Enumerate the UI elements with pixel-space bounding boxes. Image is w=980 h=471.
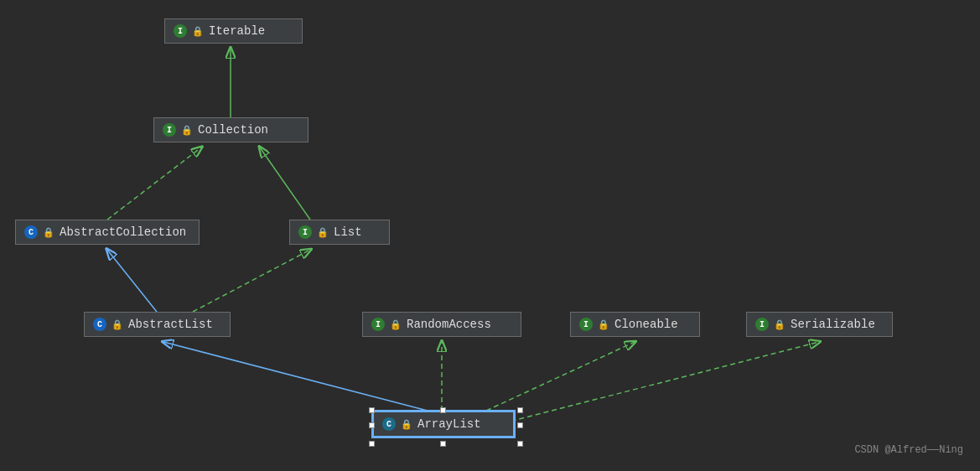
node-iterable[interactable]: I 🔒 Iterable [164,18,303,44]
iterable-type-icon: I [174,24,187,38]
node-abstract-collection[interactable]: C 🔒 AbstractCollection [15,220,200,245]
abstract-list-lock-icon: 🔒 [111,319,123,330]
serializable-lock-icon: 🔒 [774,319,786,330]
handle-bl[interactable] [369,441,375,447]
abstract-list-type-icon: C [93,318,106,331]
node-cloneable[interactable]: I 🔒 Cloneable [570,312,700,337]
node-random-access[interactable]: I 🔒 RandomAccess [362,312,521,337]
random-access-label: RandomAccess [407,318,491,331]
node-array-list[interactable]: C 🔒 ArrayList [372,411,515,437]
serializable-label: Serializable [791,318,875,331]
handle-tm[interactable] [440,407,446,413]
list-lock-icon: 🔒 [317,227,329,238]
random-access-lock-icon: 🔒 [390,319,402,330]
iterable-lock-icon: 🔒 [192,26,204,37]
iterable-label: Iterable [209,24,265,38]
cloneable-lock-icon: 🔒 [598,319,609,330]
list-label: List [334,225,362,239]
handle-br[interactable] [517,441,523,447]
svg-line-6 [107,250,157,312]
collection-lock-icon: 🔒 [181,125,193,136]
node-collection[interactable]: I 🔒 Collection [153,117,309,142]
abstract-collection-lock-icon: 🔒 [43,227,54,238]
handle-tr[interactable] [517,407,523,413]
watermark: CSDN @Alfred——Ning [854,444,963,456]
cloneable-type-icon: I [579,318,593,331]
handle-tl[interactable] [369,407,375,413]
serializable-type-icon: I [755,318,769,331]
svg-line-5 [260,148,310,220]
list-type-icon: I [298,225,312,239]
abstract-collection-label: AbstractCollection [60,225,186,239]
abstract-list-label: AbstractList [128,318,213,331]
svg-line-10 [486,342,635,411]
array-list-label: ArrayList [417,417,481,431]
svg-line-4 [107,148,201,220]
handle-mr[interactable] [517,422,523,428]
handle-ml[interactable] [369,422,375,428]
collection-label: Collection [198,123,268,137]
node-list[interactable]: I 🔒 List [289,220,390,245]
cloneable-label: Cloneable [614,318,678,331]
svg-line-7 [193,250,310,312]
array-list-type-icon: C [382,417,396,431]
node-abstract-list[interactable]: C 🔒 AbstractList [84,312,231,337]
svg-line-11 [503,342,819,423]
svg-line-8 [163,342,428,411]
collection-type-icon: I [163,123,176,137]
node-serializable[interactable]: I 🔒 Serializable [746,312,893,337]
random-access-type-icon: I [371,318,385,331]
handle-bm[interactable] [440,441,446,447]
abstract-collection-type-icon: C [24,225,38,239]
diagram-canvas: I 🔒 Iterable I 🔒 Collection C 🔒 Abstract… [0,0,980,471]
array-list-lock-icon: 🔒 [401,419,412,430]
